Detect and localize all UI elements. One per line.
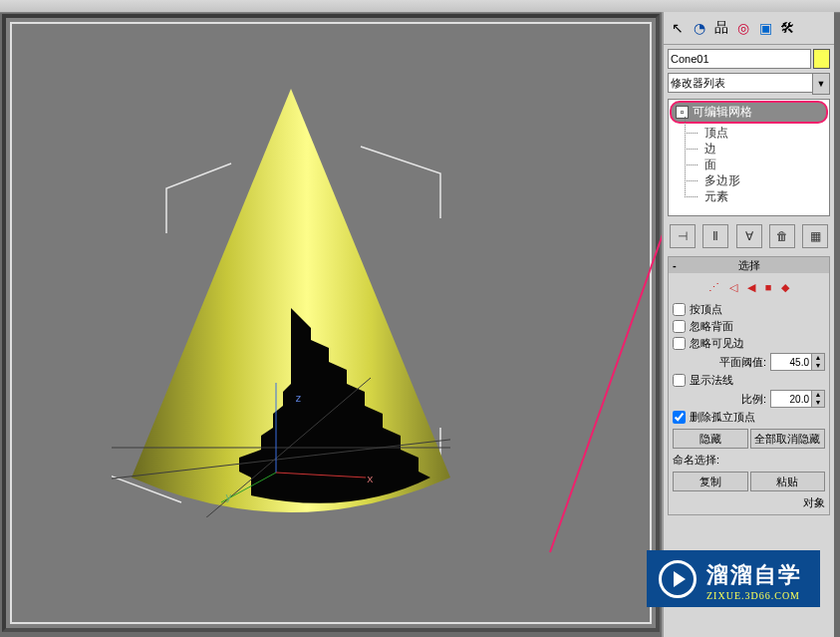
create-tab-icon[interactable]: ↖ <box>668 18 688 38</box>
copy-selection-button[interactable]: 复制 <box>673 472 748 491</box>
face-mode-icon[interactable]: ◀ <box>747 281 755 294</box>
named-selection-label: 命名选择: <box>673 453 825 468</box>
unhide-all-button[interactable]: 全部取消隐藏 <box>750 429 826 449</box>
subobject-selection-icons: ⋰ ◁ ◀ ■ ◆ <box>673 281 825 294</box>
delete-isolated-checkbox[interactable] <box>673 411 686 424</box>
vertex-mode-icon[interactable]: ⋰ <box>708 281 719 294</box>
paste-selection-button[interactable]: 粘贴 <box>750 472 826 491</box>
axis-x-label: x <box>367 473 374 485</box>
modifier-stack-buttons: ⊣ Ⅱ ∀ 🗑 ▦ <box>668 222 830 250</box>
make-unique-icon[interactable]: ∀ <box>736 224 762 248</box>
selection-rollout-title: 选择 <box>738 259 760 271</box>
modifier-stack-root-label: 可编辑网格 <box>693 104 752 121</box>
planar-threshold-input[interactable] <box>770 353 812 371</box>
watermark-title: 溜溜自学 <box>706 560 802 590</box>
ignore-backfacing-label: 忽略背面 <box>690 319 733 334</box>
modifier-stack[interactable]: ▫ 可编辑网格 顶点 边 面 多边形 元素 <box>668 99 830 216</box>
command-panel: ↖ ◔ 品 ◎ ▣ 🛠 修改器列表 ▼ ▫ 可编辑网格 顶点 边 面 多边形 元… <box>662 12 834 637</box>
ignore-visible-edges-checkbox[interactable] <box>673 337 686 350</box>
show-normals-checkbox[interactable] <box>673 374 686 387</box>
axis-y-label: y <box>225 490 232 503</box>
selection-rollout-header[interactable]: - 选择 <box>669 257 829 273</box>
axis-z-label: z <box>295 392 302 405</box>
object-name-input[interactable] <box>668 49 811 69</box>
planar-threshold-label: 平面阈值: <box>719 355 766 370</box>
element-mode-icon[interactable]: ◆ <box>781 281 789 294</box>
ignore-backfacing-checkbox[interactable] <box>673 320 686 333</box>
play-icon <box>659 560 697 598</box>
hide-button[interactable]: 隐藏 <box>673 429 748 449</box>
selection-rollout: - 选择 ⋰ ◁ ◀ ■ ◆ 按顶点 忽略背面 忽略可见边 平面阈值: <box>668 256 830 515</box>
pin-stack-icon[interactable]: ⊣ <box>670 224 696 248</box>
polygon-mode-icon[interactable]: ■ <box>765 281 772 294</box>
show-result-icon[interactable]: Ⅱ <box>702 224 728 248</box>
delete-isolated-label: 删除孤立顶点 <box>690 410 755 425</box>
modifier-list-dropdown[interactable]: 修改器列表 <box>668 73 812 93</box>
configure-sets-icon[interactable]: ▦ <box>802 224 828 248</box>
rollout-toggle-icon[interactable]: - <box>673 257 677 273</box>
object-color-swatch[interactable] <box>813 49 830 69</box>
by-vertex-label: 按顶点 <box>690 302 722 317</box>
by-vertex-checkbox[interactable] <box>673 303 686 316</box>
planar-threshold-spinner[interactable]: ▲▼ <box>812 353 825 371</box>
normals-scale-input[interactable] <box>770 390 812 408</box>
command-panel-tabs[interactable]: ↖ ◔ 品 ◎ ▣ 🛠 <box>664 12 834 45</box>
hierarchy-tab-icon[interactable]: 品 <box>711 18 731 38</box>
viewport-inner: z x y <box>10 22 652 624</box>
show-normals-label: 显示法线 <box>690 373 733 388</box>
perspective-viewport[interactable]: z x y <box>2 14 660 632</box>
watermark-badge: 溜溜自学 ZIXUE.3D66.COM <box>647 550 820 607</box>
motion-tab-icon[interactable]: ◎ <box>733 18 753 38</box>
utilities-tab-icon[interactable]: 🛠 <box>777 18 797 38</box>
normals-scale-label: 比例: <box>741 392 766 407</box>
watermark-url: ZIXUE.3D66.COM <box>706 590 802 601</box>
modifier-list-caret[interactable]: ▼ <box>812 73 830 95</box>
remove-modifier-icon[interactable]: 🗑 <box>769 224 795 248</box>
ignore-visible-edges-label: 忽略可见边 <box>690 336 744 351</box>
object-suffix-label: 对象 <box>673 495 825 510</box>
normals-scale-spinner[interactable]: ▲▼ <box>812 390 825 408</box>
subobject-element[interactable]: 元素 <box>669 188 829 204</box>
modify-tab-icon[interactable]: ◔ <box>690 18 709 38</box>
display-tab-icon[interactable]: ▣ <box>755 18 775 38</box>
cone-geometry <box>112 79 450 517</box>
edge-mode-icon[interactable]: ◁ <box>729 281 737 294</box>
